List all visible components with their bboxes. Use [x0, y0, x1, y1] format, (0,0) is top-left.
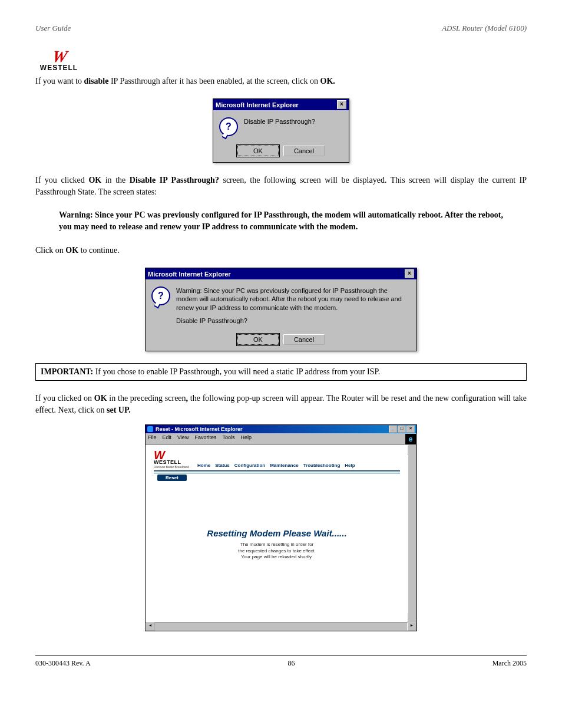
dialog-title-text: Microsoft Internet Explorer: [216, 101, 299, 108]
para-popup: If you clicked on OK in the preceding sc…: [35, 393, 527, 416]
dialog-disable-passthrough: Microsoft Internet Explorer × ? Disable …: [213, 98, 349, 163]
ie-icon: [147, 426, 153, 432]
page-footer: 030-300443 Rev. A 86 March 2005: [35, 655, 527, 668]
footer-left: 030-300443 Rev. A: [35, 659, 91, 668]
ie-throbber-icon: e: [405, 434, 416, 444]
warning-text: Warning: Since your PC was previously co…: [59, 209, 503, 232]
dialog-warning-passthrough: Microsoft Internet Explorer × ? Warning:…: [145, 268, 417, 351]
tab-reset[interactable]: Reset: [157, 475, 187, 481]
browser-titlebar: Reset - Microsoft Internet Explorer _ □ …: [146, 425, 416, 433]
question-icon: ?: [151, 286, 170, 305]
reset-heading: Resetting Modem Please Wait......: [146, 528, 408, 538]
reset-sub1: The modem is resetting in order for: [146, 542, 408, 548]
para-after-ok: If you clicked OK in the Disable IP Pass…: [35, 174, 527, 197]
footer-center: 86: [288, 659, 295, 668]
browser-title-text: Reset - Microsoft Internet Explorer: [156, 426, 243, 432]
footer-right: March 2005: [492, 659, 527, 668]
dialog-titlebar: Microsoft Internet Explorer ×: [213, 99, 349, 110]
question-icon: ?: [219, 117, 238, 136]
important-note: IMPORTANT: If you chose to enable IP Pas…: [35, 363, 527, 381]
menu-help[interactable]: Help: [240, 434, 252, 443]
page-header: User Guide ADSL Router (Model 6100): [35, 24, 527, 33]
browser-menubar: File Edit View Favorites Tools Help: [146, 433, 405, 445]
maximize-icon[interactable]: □: [398, 426, 406, 433]
close-icon[interactable]: ×: [405, 269, 414, 278]
para-click-ok: Click on OK to continue.: [35, 245, 527, 256]
header-left: User Guide: [35, 24, 71, 33]
browser-window: Reset - Microsoft Internet Explorer _ □ …: [145, 424, 417, 631]
header-right: ADSL Router (Model 6100): [442, 24, 527, 33]
ok-button[interactable]: OK: [237, 146, 279, 156]
scroll-left-icon[interactable]: ◄: [146, 622, 155, 631]
close-icon[interactable]: ×: [406, 426, 415, 433]
dialog-text: Warning: Since your PC was previously co…: [176, 286, 411, 325]
scroll-down-icon[interactable]: ▼: [407, 612, 416, 622]
dialog-text: Disable IP Passthrough?: [244, 117, 315, 126]
menu-view[interactable]: View: [177, 434, 189, 443]
menu-tools[interactable]: Tools: [222, 434, 234, 443]
menu-favorites[interactable]: Favorites: [194, 434, 216, 443]
cancel-button[interactable]: Cancel: [283, 146, 325, 156]
logo-mark: W: [51, 51, 66, 62]
ok-button[interactable]: OK: [237, 334, 279, 345]
modem-nav: Home Status Configuration Maintenance Tr…: [197, 463, 355, 469]
browser-hscroll: ◄ ►: [146, 622, 416, 631]
nav-help[interactable]: Help: [345, 463, 355, 468]
nav-configuration[interactable]: Configuration: [234, 463, 265, 468]
reset-sub2: the requested changes to take effect.: [146, 548, 408, 554]
westell-logo-small: W WESTELL Discover Better Broadband: [154, 451, 189, 469]
reset-sub3: Your page will be reloaded shortly.: [146, 554, 408, 560]
dialog-title-text: Microsoft Internet Explorer: [148, 271, 231, 278]
westell-logo: W WESTELL: [35, 51, 82, 72]
close-icon[interactable]: ×: [337, 100, 346, 109]
browser-viewport: ▲ ▼ W WESTELL Discover Better Broadband …: [146, 445, 416, 622]
menu-file[interactable]: File: [148, 434, 157, 443]
menu-edit[interactable]: Edit: [163, 434, 172, 443]
nav-troubleshooting[interactable]: Troubleshooting: [303, 463, 340, 468]
nav-rule: [154, 470, 400, 473]
cancel-button[interactable]: Cancel: [283, 334, 325, 345]
nav-home[interactable]: Home: [197, 463, 210, 468]
scroll-right-icon[interactable]: ►: [407, 622, 416, 631]
para-disable: If you want to disable IP Passthrough af…: [35, 75, 527, 87]
nav-maintenance[interactable]: Maintenance: [270, 463, 298, 468]
nav-status[interactable]: Status: [215, 463, 229, 468]
scroll-up-icon[interactable]: ▲: [407, 445, 416, 454]
dialog-titlebar: Microsoft Internet Explorer ×: [146, 268, 416, 279]
minimize-icon[interactable]: _: [389, 426, 397, 433]
